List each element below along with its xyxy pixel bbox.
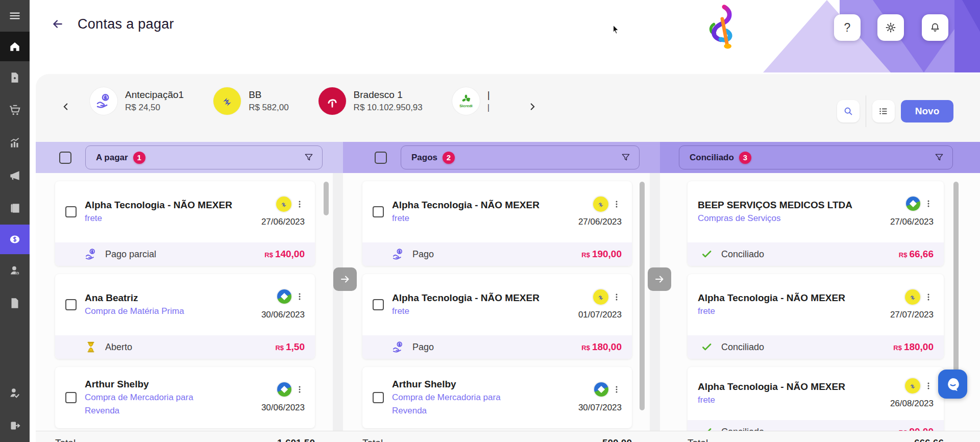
sidebar-item-home[interactable] <box>0 32 30 61</box>
sidebar <box>0 0 30 442</box>
column-scrollbar[interactable] <box>953 182 959 393</box>
kebab-menu-icon[interactable] <box>611 291 622 303</box>
back-button[interactable] <box>49 15 66 33</box>
column-title-pill[interactable]: Pagos 2 <box>401 145 640 169</box>
filter-icon[interactable] <box>304 153 314 163</box>
card-amount: R$1,50 <box>275 341 305 353</box>
card-category[interactable]: frete <box>392 305 570 318</box>
card-status-bar: Conciliado R$180,00 <box>688 335 944 359</box>
kebab-menu-icon[interactable] <box>923 198 934 210</box>
payable-card[interactable]: Ana Beatriz Compra de Matéria Prima 30/0… <box>55 274 315 359</box>
move-to-conciliado-button[interactable] <box>648 267 671 291</box>
kebab-menu-icon[interactable] <box>611 198 622 210</box>
payable-card[interactable]: Alpha Tecnologia - NÃO MEXER frete 27/06… <box>55 181 315 266</box>
new-payable-button[interactable]: Novo <box>901 100 953 122</box>
column-pagos: Pagos 2 Alpha Tecnologia - NÃO MEXER fre… <box>343 142 660 442</box>
card-category[interactable]: Compra de Matéria Prima <box>85 305 253 318</box>
card-category[interactable]: Compra de Mercadoria para Revenda <box>392 391 520 418</box>
count-badge: 3 <box>739 152 751 164</box>
move-to-pagos-button[interactable] <box>333 267 357 291</box>
notifications-button[interactable] <box>922 14 948 41</box>
card-category[interactable]: Compra de Mercadoria para Revenda <box>85 391 212 418</box>
sidebar-item-marketing[interactable] <box>0 159 30 192</box>
card-status: Conciliado <box>721 342 886 353</box>
column-total-bar: Total 666,66 <box>660 431 980 442</box>
sidebar-item-accountant[interactable] <box>0 377 30 409</box>
carousel-prev-button[interactable] <box>58 100 74 115</box>
column-scrollbar[interactable] <box>324 182 329 215</box>
account-item[interactable]: Antecipação1 R$ 24,50 <box>90 87 184 115</box>
card-category[interactable]: frete <box>392 212 570 225</box>
total-value: 1.601,50 <box>277 437 315 442</box>
filter-icon[interactable] <box>621 153 631 163</box>
select-all-checkbox[interactable] <box>59 152 71 164</box>
sidebar-item-logout[interactable] <box>0 409 30 442</box>
sidebar-item-notes[interactable] <box>0 192 30 225</box>
column-title-pill[interactable]: Conciliado 3 <box>679 145 953 169</box>
sales-chart-icon <box>8 136 21 150</box>
chat-support-button[interactable] <box>938 370 967 399</box>
count-badge: 2 <box>443 152 455 164</box>
page-title: Contas a pagar <box>78 16 174 32</box>
kebab-menu-icon[interactable] <box>923 380 934 392</box>
card-checkbox[interactable] <box>373 206 384 217</box>
column-scrollbar[interactable] <box>640 182 645 410</box>
list-view-button[interactable] <box>872 100 895 122</box>
banco-do-brasil-logo-icon <box>905 378 920 394</box>
card-category[interactable]: frete <box>85 212 253 225</box>
card-category[interactable]: frete <box>698 305 882 318</box>
main-area: Contas a pagar ? Antecipação1 R$ 24,50 <box>30 0 980 442</box>
kebab-menu-icon[interactable] <box>295 383 305 396</box>
account-balance: R$ 582,00 <box>249 103 288 113</box>
card-checkbox[interactable] <box>65 392 77 403</box>
card-title: Alpha Tecnologia - NÃO MEXER <box>698 380 882 394</box>
card-category[interactable]: Compras de Serviços <box>698 212 882 225</box>
check-status-icon <box>700 340 714 354</box>
card-checkbox[interactable] <box>373 299 384 310</box>
hamburger-menu-icon[interactable] <box>0 0 30 32</box>
list-icon <box>878 106 889 117</box>
help-button[interactable]: ? <box>834 14 861 41</box>
sidebar-item-new-document[interactable] <box>0 61 30 94</box>
filter-icon[interactable] <box>934 153 944 163</box>
sidebar-item-client-finance[interactable] <box>0 254 30 287</box>
payable-card[interactable]: Alpha Tecnologia - NÃO MEXER frete 27/06… <box>362 181 632 266</box>
sicredi-logo-icon <box>452 87 480 115</box>
select-all-checkbox[interactable] <box>375 152 387 164</box>
card-status-bar: Pago parcial R$140,00 <box>55 242 315 266</box>
sidebar-item-finance-active[interactable] <box>0 225 30 254</box>
sidebar-item-sales[interactable] <box>0 127 30 159</box>
card-title: Arthur Shelby <box>392 378 570 391</box>
settings-button[interactable] <box>877 14 904 41</box>
account-item[interactable]: BB R$ 582,00 <box>213 87 288 115</box>
card-title: Ana Beatriz <box>85 291 253 305</box>
kebab-menu-icon[interactable] <box>611 383 622 396</box>
payable-card[interactable]: Alpha Tecnologia - NÃO MEXER frete 01/07… <box>362 274 632 359</box>
column-title-pill[interactable]: A pagar 1 <box>85 145 323 169</box>
payable-card[interactable]: Alpha Tecnologia - NÃO MEXER frete 27/07… <box>688 274 944 359</box>
column-card-list: BEEP SERVIÇOS MEDICOS LTDA Compras de Se… <box>660 173 980 442</box>
sidebar-item-purchases[interactable] <box>0 94 30 127</box>
search-button[interactable] <box>837 100 860 122</box>
card-due-date: 27/06/2023 <box>578 217 622 227</box>
chevron-right-icon <box>527 101 538 112</box>
kebab-menu-icon[interactable] <box>923 291 934 303</box>
card-checkbox[interactable] <box>65 299 77 310</box>
payable-card[interactable]: Arthur Shelby Compra de Mercadoria para … <box>55 367 315 428</box>
kebab-menu-icon[interactable] <box>295 198 305 210</box>
card-title: Alpha Tecnologia - NÃO MEXER <box>85 199 253 212</box>
page-header: Contas a pagar ? <box>30 0 980 74</box>
kebab-menu-icon[interactable] <box>295 290 305 303</box>
payable-card[interactable]: Arthur Shelby Compra de Mercadoria para … <box>362 367 632 428</box>
carousel-next-button[interactable] <box>525 100 540 115</box>
account-item[interactable]: | | <box>452 87 490 115</box>
sidebar-item-documents[interactable] <box>0 287 30 320</box>
account-item[interactable]: Bradesco 1 R$ 10.102.950,93 <box>318 87 423 115</box>
card-checkbox[interactable] <box>65 206 77 217</box>
card-status: Pago parcial <box>105 249 257 260</box>
total-value: 500,00 <box>602 437 632 442</box>
card-category[interactable]: frete <box>698 394 882 407</box>
column-card-list: Alpha Tecnologia - NÃO MEXER frete 27/06… <box>36 173 343 442</box>
card-checkbox[interactable] <box>373 392 384 403</box>
payable-card[interactable]: BEEP SERVIÇOS MEDICOS LTDA Compras de Se… <box>688 181 944 266</box>
